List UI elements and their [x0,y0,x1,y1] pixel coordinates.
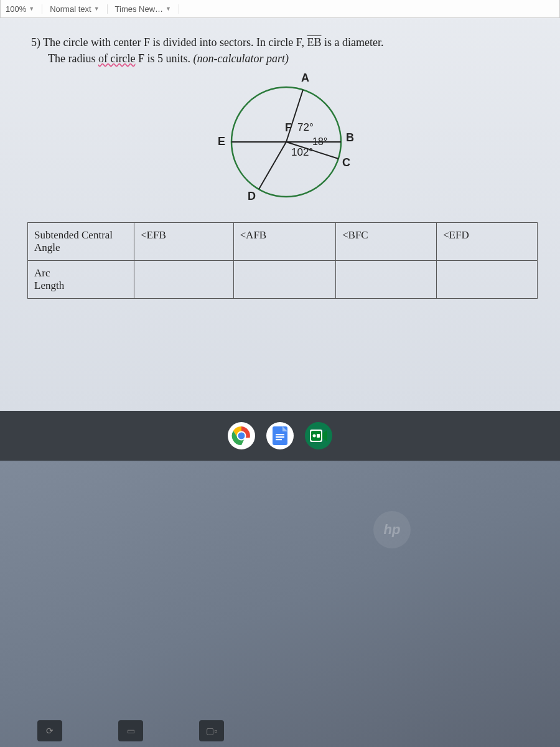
angle-18: 18° [312,136,327,148]
row-header-1: Subtended Central Angle [28,223,134,261]
cell-empty [335,261,436,299]
table-row: Subtended Central Angle <EFB <AFB <BFC <… [28,223,538,261]
screen-area: 100% ▼ Normal text ▼ Times New… ▼ 5)The … [0,0,560,413]
document-body: 5)The circle with center F is divided in… [0,18,560,311]
chevron-down-icon: ▼ [29,6,34,12]
label-e: E [218,135,225,148]
key: ⟳ [37,720,62,741]
question-number: 5) [31,36,40,49]
hp-logo: hp [373,511,411,548]
circle-figure: A B C D E F 72° 18° 102° [193,70,380,207]
angle-72: 72° [297,121,314,134]
docs-icon[interactable] [266,422,294,449]
svg-rect-11 [276,439,282,440]
zoom-value: 100% [6,4,26,14]
q-line1-a: The circle with center F is divided into… [43,36,307,49]
label-c: C [342,156,350,169]
q-line2-b: F is 5 units. [135,52,193,65]
segment-eb: EB [307,36,321,49]
zoom-dropdown[interactable]: 100% ▼ [6,4,42,14]
label-f: F [285,121,292,134]
svg-rect-15 [317,434,320,438]
svg-rect-10 [276,436,284,438]
laptop-body: hp ⟳ ▭ ▢▫ [0,461,560,747]
col-efd: <EFD [437,223,538,261]
meet-icon[interactable] [305,422,332,449]
style-value: Normal text [50,4,91,14]
q-line1-b: is a diameter. [321,36,383,49]
chevron-down-icon: ▼ [94,6,100,12]
label-b: B [346,131,354,144]
svg-rect-9 [276,434,284,435]
question-text: 5)The circle with center F is divided in… [31,34,541,67]
cell-empty [134,261,234,299]
svg-line-4 [259,142,286,189]
q-line2-a: The radius [48,52,98,65]
key: ▢▫ [199,720,224,741]
svg-point-7 [238,432,246,440]
font-dropdown[interactable]: Times New… ▼ [115,4,179,14]
paragraph-style-dropdown[interactable]: Normal text ▼ [50,4,107,14]
table-row: Arc Length [28,261,538,299]
label-a: A [301,72,309,85]
col-afb: <AFB [233,223,335,261]
angle-102: 102° [291,146,313,159]
q-line2-paren: (non-calculator part) [193,52,288,65]
q-line2-err: of circle [98,52,135,65]
cell-empty [233,261,335,299]
font-value: Times New… [115,4,164,14]
chevron-down-icon: ▼ [166,6,171,12]
row-header-2: Arc Length [28,261,134,299]
cell-empty [437,261,538,299]
col-bfc: <BFC [335,223,436,261]
label-d: D [248,190,256,203]
angle-table: Subtended Central Angle <EFB <AFB <BFC <… [27,222,538,299]
keyboard-row: ⟳ ▭ ▢▫ [37,720,224,741]
svg-point-14 [313,435,316,438]
editor-toolbar: 100% ▼ Normal text ▼ Times New… ▼ [0,0,560,18]
chromeos-shelf [0,411,560,461]
key: ▭ [118,720,143,741]
chrome-icon[interactable] [228,422,255,449]
col-efb: <EFB [134,223,234,261]
